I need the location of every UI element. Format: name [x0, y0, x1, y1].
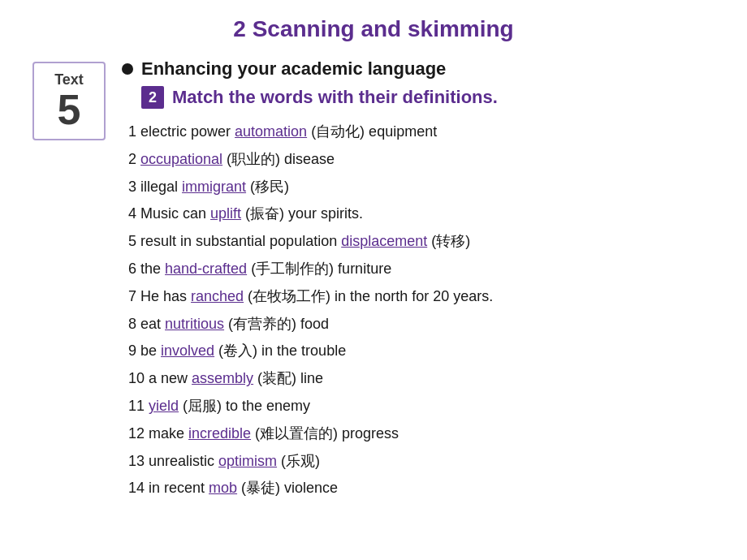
section-title: Enhancing your academic language	[141, 58, 446, 80]
item-prefix: 11	[128, 398, 149, 414]
item-prefix: 5 result in substantial population	[128, 233, 341, 249]
list-item: 13 unrealistic optimism (乐观)	[128, 450, 715, 473]
exercise-number: 2	[141, 86, 164, 109]
item-answer: hand-crafted	[165, 261, 247, 277]
list-item: 10 a new assembly (装配) line	[128, 367, 715, 390]
item-prefix: 12 make	[128, 425, 188, 442]
item-prefix: 7 He has	[128, 288, 191, 304]
item-suffix: (卷入) in the trouble	[214, 342, 346, 359]
badge-number: 5	[45, 88, 93, 131]
item-answer: optimism	[218, 453, 277, 469]
list-item: 5 result in substantial population displ…	[128, 230, 715, 253]
item-answer: uplift	[210, 205, 241, 222]
item-prefix: 10 a new	[128, 370, 192, 386]
exercise-text: Match the words with their definitions.	[172, 87, 498, 108]
item-answer: nutritious	[165, 316, 224, 332]
item-prefix: 14 in recent	[128, 480, 209, 496]
item-answer: mob	[209, 480, 237, 496]
item-prefix: 1 electric power	[128, 123, 235, 140]
item-suffix: (难以置信的) progress	[251, 425, 399, 442]
item-answer: assembly	[192, 370, 253, 386]
item-suffix: (自动化) equipment	[307, 123, 437, 140]
item-prefix: 4 Music can	[128, 205, 210, 222]
item-prefix: 8 eat	[128, 316, 165, 332]
item-answer: immigrant	[182, 179, 246, 195]
item-prefix: 3 illegal	[128, 179, 182, 195]
item-suffix: (手工制作的) furniture	[247, 261, 391, 277]
item-prefix: 6 the	[128, 261, 165, 277]
list-item: 11 yield (屈服) to the enemy	[128, 394, 715, 418]
enhancing-line: Enhancing your academic language	[122, 58, 715, 80]
item-suffix: (振奋) your spirits.	[241, 205, 363, 222]
list-item: 8 eat nutritious (有营养的) food	[128, 312, 715, 336]
word-list: 1 electric power automation (自动化) equipm…	[128, 120, 715, 500]
list-item: 9 be involved (卷入) in the trouble	[128, 339, 715, 363]
list-item: 4 Music can uplift (振奋) your spirits.	[128, 202, 715, 226]
item-suffix: (转移)	[427, 233, 470, 249]
list-item: 14 in recent mob (暴徒) violence	[128, 476, 715, 500]
item-suffix: (移民)	[246, 179, 289, 195]
item-suffix: (在牧场工作) in the north for 20 years.	[244, 288, 493, 304]
item-suffix: (装配) line	[253, 370, 323, 386]
item-suffix: (有营养的) food	[224, 316, 329, 332]
list-item: 3 illegal immigrant (移民)	[128, 175, 715, 199]
list-item: 7 He has ranched (在牧场工作) in the north fo…	[128, 285, 715, 308]
item-answer: automation	[235, 123, 307, 140]
item-suffix: (屈服) to the enemy	[179, 398, 310, 414]
list-item: 6 the hand-crafted (手工制作的) furniture	[128, 257, 715, 281]
item-suffix: (暴徒) violence	[237, 480, 338, 496]
main-content: Enhancing your academic language 2 Match…	[122, 58, 715, 504]
item-answer: occupational	[140, 151, 222, 167]
list-item: 2 occupational (职业的) disease	[128, 148, 715, 171]
item-answer: ranched	[191, 288, 244, 304]
bullet-dot	[122, 63, 133, 75]
item-suffix: (职业的) disease	[222, 151, 335, 167]
list-item: 12 make incredible (难以置信的) progress	[128, 422, 715, 446]
list-item: 1 electric power automation (自动化) equipm…	[128, 120, 715, 144]
page-title: 2 Scanning and skimming	[32, 16, 715, 42]
match-line: 2 Match the words with their definitions…	[141, 86, 715, 109]
item-answer: yield	[149, 398, 179, 414]
item-answer: incredible	[188, 425, 251, 442]
content-area: Text 5 Enhancing your academic language …	[32, 58, 715, 504]
item-answer: displacement	[341, 233, 427, 249]
text-badge: Text 5	[32, 62, 106, 140]
item-prefix: 9 be	[128, 342, 161, 359]
item-prefix: 13 unrealistic	[128, 453, 218, 469]
item-suffix: (乐观)	[277, 453, 320, 469]
item-answer: involved	[161, 342, 214, 359]
item-prefix: 2	[128, 151, 140, 167]
